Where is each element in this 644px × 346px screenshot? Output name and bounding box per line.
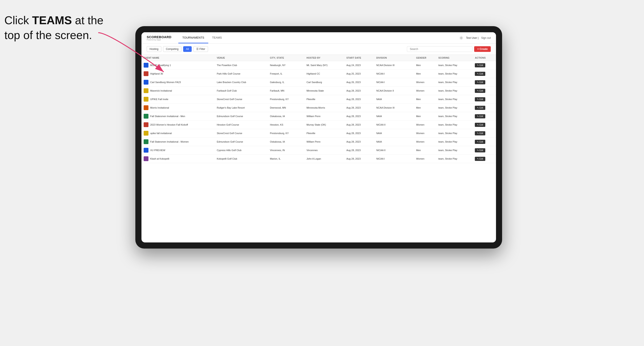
edit-button-7[interactable]: ✎ Edit xyxy=(475,123,485,127)
table-row: VU PREVIEW Cypress Hills Golf Club Vince… xyxy=(142,146,496,155)
cell-hosted-0: Mt. Saint Mary (NY) xyxy=(304,61,344,70)
cell-date-5: Aug 28, 2023 xyxy=(344,104,374,112)
cell-actions-10: ✎ Edit xyxy=(473,146,496,155)
cell-scoring-8: team, Stroke Play xyxy=(436,129,473,138)
nav-tab-teams[interactable]: TEAMS xyxy=(208,32,226,43)
table-row: Klash at Kokopelli Kokopelli Golf Club M… xyxy=(142,155,496,163)
instruction-bold: TEAMS xyxy=(32,14,72,27)
cell-gender-2: Women xyxy=(414,78,436,87)
cell-scoring-1: team, Stroke Play xyxy=(436,70,473,78)
cell-actions-1: ✎ Edit xyxy=(473,70,496,78)
cell-hosted-9: William Penn xyxy=(304,138,344,146)
tournaments-table: EVENT NAME VENUE CITY, STATE HOSTED BY S… xyxy=(142,55,496,163)
table-row: MSMC Qualifying 1 The Powelton Club Newb… xyxy=(142,61,496,70)
cell-gender-9: Women xyxy=(414,138,436,146)
cell-gender-3: Women xyxy=(414,87,436,95)
cell-date-9: Aug 28, 2023 xyxy=(344,138,374,146)
edit-button-8[interactable]: ✎ Edit xyxy=(475,131,485,135)
table-row: upike fall invitational StoneCrest Golf … xyxy=(142,129,496,138)
cell-actions-2: ✎ Edit xyxy=(473,78,496,87)
cell-gender-8: Women xyxy=(414,129,436,138)
cell-event-10: VU PREVIEW xyxy=(142,146,214,155)
edit-button-5[interactable]: ✎ Edit xyxy=(475,106,485,110)
logo-sub: Powered by clippit xyxy=(147,39,171,41)
cell-gender-7: Women xyxy=(414,121,436,129)
cell-scoring-9: team, Stroke Play xyxy=(436,138,473,146)
cell-division-11: NICAA I xyxy=(374,155,414,163)
nav-user: Test User | xyxy=(466,36,478,39)
edit-button-0[interactable]: ✎ Edit xyxy=(475,63,485,67)
table-row: Morris Invitational Ruttger's Bay Lake R… xyxy=(142,104,496,112)
instruction-line1: Click TEAMS at the xyxy=(4,14,104,27)
cell-division-7: NICAA II xyxy=(374,121,414,129)
instruction-text: Click TEAMS at the top of the screen. xyxy=(4,13,104,42)
cell-scoring-10: team, Stroke Play xyxy=(436,146,473,155)
cell-scoring-4: team, Stroke Play xyxy=(436,95,473,104)
cell-hosted-11: John A Logan xyxy=(304,155,344,163)
cell-gender-6: Men xyxy=(414,112,436,121)
col-header-gender: GENDER xyxy=(414,55,436,61)
cell-date-8: Aug 28, 2023 xyxy=(344,129,374,138)
col-header-city: CITY, STATE xyxy=(268,55,304,61)
cell-venue-2: Lake Bracken Country Club xyxy=(214,78,268,87)
table-row: Fall Statesmen Invitational - Men Edmund… xyxy=(142,112,496,121)
competing-button[interactable]: Competing xyxy=(163,46,182,52)
edit-button-3[interactable]: ✎ Edit xyxy=(475,89,485,93)
table-row: UPIKE Fall Invite StoneCrest Golf Course… xyxy=(142,95,496,104)
cell-event-0: MSMC Qualifying 1 xyxy=(142,61,214,70)
cell-actions-6: ✎ Edit xyxy=(473,112,496,121)
nav-signout[interactable]: Sign out xyxy=(481,36,491,39)
cell-city-5: Deerwood, MN xyxy=(268,104,304,112)
edit-button-6[interactable]: ✎ Edit xyxy=(475,114,485,118)
cell-city-6: Oskaloosa, IA xyxy=(268,112,304,121)
search-input[interactable] xyxy=(407,46,472,52)
cell-date-4: Aug 28, 2023 xyxy=(344,95,374,104)
cell-venue-8: StoneCrest Golf Course xyxy=(214,129,268,138)
filter-button[interactable]: ☰ Filter xyxy=(194,46,208,52)
cell-scoring-0: team, Stroke Play xyxy=(436,61,473,70)
col-header-actions: ACTIONS xyxy=(473,55,496,61)
cell-scoring-11: team, Stroke Play xyxy=(436,155,473,163)
cell-gender-5: Men xyxy=(414,104,436,112)
team-logo-3 xyxy=(144,88,148,93)
hosting-button[interactable]: Hosting xyxy=(147,46,161,52)
cell-hosted-2: Carl Sandburg xyxy=(304,78,344,87)
cell-venue-11: Kokopelli Golf Club xyxy=(214,155,268,163)
cell-gender-10: Men xyxy=(414,146,436,155)
team-logo-5 xyxy=(144,105,148,110)
edit-button-10[interactable]: ✎ Edit xyxy=(475,148,485,152)
team-logo-6 xyxy=(144,114,148,119)
cell-event-8: upike fall invitational xyxy=(142,129,214,138)
cell-city-0: Newburgh, NY xyxy=(268,61,304,70)
edit-button-11[interactable]: ✎ Edit xyxy=(475,157,485,161)
edit-button-9[interactable]: ✎ Edit xyxy=(475,140,485,144)
cell-scoring-3: team, Stroke Play xyxy=(436,87,473,95)
cell-hosted-3: Minnesota State xyxy=(304,87,344,95)
cell-division-0: NCAA Division III xyxy=(374,61,414,70)
logo-text: SCOREBOARD xyxy=(147,35,171,39)
cell-actions-11: ✎ Edit xyxy=(473,155,496,163)
cell-hosted-1: Highland CC xyxy=(304,70,344,78)
edit-button-4[interactable]: ✎ Edit xyxy=(475,97,485,101)
cell-division-10: NICAA II xyxy=(374,146,414,155)
cell-date-11: Aug 28, 2023 xyxy=(344,155,374,163)
team-logo-11 xyxy=(144,156,148,161)
nav-tab-tournaments[interactable]: TOURNAMENTS xyxy=(178,32,208,43)
cell-hosted-6: William Penn xyxy=(304,112,344,121)
table-row: Maverick Invitational Faribault Golf Clu… xyxy=(142,87,496,95)
instruction-line2: top of the screen. xyxy=(4,29,92,41)
logo-area: SCOREBOARD Powered by clippit xyxy=(147,35,171,41)
col-header-event: EVENT NAME xyxy=(142,55,214,61)
cell-hosted-7: Murray State (OK) xyxy=(304,121,344,129)
edit-button-1[interactable]: ✎ Edit xyxy=(475,72,485,76)
edit-button-2[interactable]: ✎ Edit xyxy=(475,80,485,84)
cell-event-11: Klash at Kokopelli xyxy=(142,155,214,163)
create-button[interactable]: + Create xyxy=(474,46,491,52)
tablet-screen: SCOREBOARD Powered by clippit TOURNAMENT… xyxy=(142,32,496,242)
col-header-division: DIVISION xyxy=(374,55,414,61)
team-logo-0 xyxy=(144,63,148,68)
cell-city-2: Galesburg, IL xyxy=(268,78,304,87)
settings-icon[interactable] xyxy=(459,36,464,40)
cell-event-3: Maverick Invitational xyxy=(142,87,214,95)
all-button[interactable]: All xyxy=(183,46,192,52)
